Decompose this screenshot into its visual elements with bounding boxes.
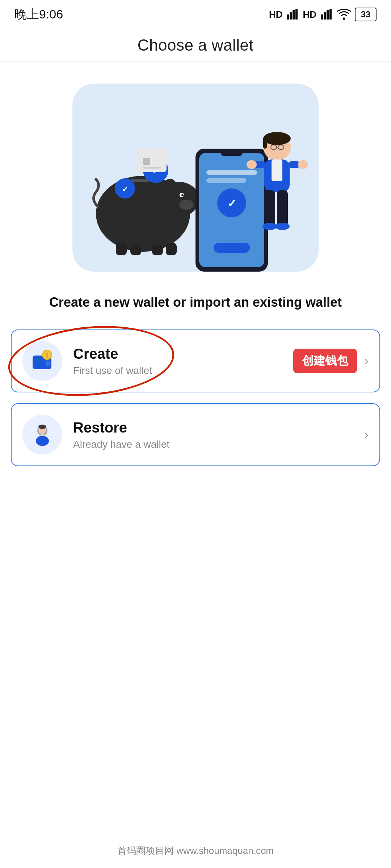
svg-point-13 (179, 200, 194, 210)
svg-rect-29 (206, 178, 246, 183)
create-wallet-card[interactable]: $ Create First use of wallet 创建钱包 › (11, 329, 380, 392)
svg-rect-28 (206, 170, 257, 175)
create-card-arrow: › (364, 353, 369, 369)
svg-point-44 (298, 160, 308, 169)
svg-rect-35 (263, 138, 267, 149)
svg-point-48 (275, 223, 290, 230)
svg-rect-46 (277, 190, 288, 226)
wallet-options: $ Create First use of wallet 创建钱包 › (0, 329, 391, 466)
svg-rect-20 (130, 179, 148, 182)
hd-signal-2-icon: HD (303, 9, 316, 20)
svg-rect-50 (143, 158, 150, 165)
create-card-desc: First use of wallet (73, 365, 293, 376)
page-header: Choose a wallet (0, 29, 391, 62)
svg-point-61 (38, 425, 46, 429)
svg-rect-5 (324, 12, 326, 20)
svg-point-58 (47, 362, 49, 365)
svg-rect-40 (272, 159, 282, 181)
illustration-container: ✓ ✓ ✓ (72, 84, 319, 272)
signal-bars-1-icon (286, 8, 299, 21)
svg-point-15 (181, 194, 184, 196)
svg-rect-3 (295, 9, 298, 20)
svg-rect-0 (287, 14, 289, 20)
battery-icon: 33 (355, 8, 377, 21)
footer-watermark: 首码圈项目网 www.shoumaquan.com (0, 844, 391, 857)
svg-rect-63 (41, 433, 44, 436)
svg-point-12 (164, 179, 177, 195)
svg-rect-6 (327, 10, 329, 20)
wallet-illustration: ✓ ✓ ✓ (72, 84, 319, 272)
create-badge: 创建钱包 (293, 349, 357, 373)
status-icons: HD HD 33 (269, 8, 377, 21)
svg-rect-17 (130, 244, 141, 255)
svg-point-62 (36, 436, 49, 446)
restore-card-desc: Already have a wallet (73, 439, 361, 450)
status-time: 晚上9:06 (14, 6, 63, 23)
restore-wallet-icon (22, 415, 62, 455)
svg-rect-1 (290, 12, 292, 20)
restore-wallet-card[interactable]: Restore Already have a wallet › (11, 403, 380, 466)
svg-text:✓: ✓ (122, 185, 128, 194)
svg-point-8 (343, 18, 345, 20)
wifi-icon (337, 8, 351, 21)
svg-rect-2 (293, 10, 295, 20)
page-title: Choose a wallet (138, 36, 254, 54)
svg-rect-16 (116, 243, 127, 255)
create-card-title: Create (73, 346, 293, 362)
svg-rect-45 (264, 190, 275, 226)
status-bar: 晚上9:06 HD HD 33 (0, 0, 391, 29)
svg-rect-30 (214, 243, 250, 253)
svg-text:$: $ (46, 353, 49, 358)
create-card-text: Create First use of wallet (73, 346, 293, 376)
svg-rect-4 (321, 14, 323, 20)
svg-point-47 (262, 223, 277, 230)
svg-rect-7 (329, 9, 332, 20)
svg-rect-51 (143, 167, 161, 169)
svg-rect-18 (152, 244, 163, 255)
restore-card-text: Restore Already have a wallet (73, 420, 361, 450)
restore-card-arrow: › (364, 427, 369, 442)
hd-signal-1-icon: HD (269, 9, 283, 20)
svg-rect-27 (221, 150, 243, 156)
restore-card-title: Restore (73, 420, 361, 436)
svg-rect-19 (166, 243, 177, 255)
illustration-area: ✓ ✓ ✓ (0, 62, 391, 279)
svg-text:✓: ✓ (227, 197, 236, 209)
signal-bars-2-icon (320, 8, 333, 21)
page-subtitle: Create a new wallet or import an existin… (49, 293, 342, 311)
create-wallet-icon: $ (22, 341, 62, 381)
svg-point-34 (263, 132, 291, 145)
svg-point-43 (247, 160, 257, 169)
svg-rect-49 (138, 149, 167, 172)
